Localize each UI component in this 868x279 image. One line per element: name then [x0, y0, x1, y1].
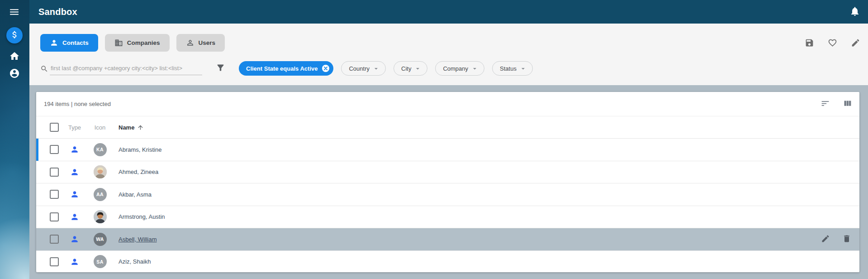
filter-chip-status[interactable]: Status: [492, 61, 533, 76]
tab-companies[interactable]: Companies: [105, 34, 170, 52]
contacts-table-body: KAAbrams, KristineAhmed, ZineeaAAAkbar, …: [36, 139, 859, 272]
home-button[interactable]: [9, 51, 20, 63]
contact-type-icon: [60, 212, 90, 221]
avatar: KA: [94, 143, 107, 156]
save-button[interactable]: [805, 38, 814, 49]
results-region: 194 items | none selected Type Icon Name: [29, 85, 868, 279]
active-filter-chip[interactable]: Client State equals Active: [239, 61, 333, 76]
row-checkbox[interactable]: [50, 168, 59, 177]
view-actions: [805, 38, 860, 49]
filter-chip-country[interactable]: Country: [341, 61, 386, 76]
bell-icon: [849, 6, 860, 18]
column-header-name[interactable]: Name: [119, 124, 144, 131]
sort-button[interactable]: [821, 99, 830, 110]
page-title: Sandbox: [38, 7, 77, 17]
avatar: SA: [94, 255, 107, 268]
filter-chips: Client State equals Active CountryCityCo…: [239, 61, 533, 76]
avatar: AA: [94, 188, 107, 201]
save-icon: [805, 38, 814, 49]
contact-name-link[interactable]: Ahmed, Zineea: [119, 168, 158, 175]
row-checkbox[interactable]: [50, 212, 59, 221]
contact-type-icon: [60, 257, 90, 266]
contact-name-link[interactable]: Akbar, Asma: [119, 191, 152, 198]
contact-photo-avatar: [94, 210, 107, 223]
favorite-icon: [828, 38, 837, 49]
table-row[interactable]: Ahmed, Zineea: [36, 161, 859, 184]
view-columns-icon: [843, 99, 852, 110]
filter-button[interactable]: [216, 63, 225, 74]
search-icon: [40, 65, 48, 75]
chevron-down-icon: [519, 65, 527, 72]
table-row[interactable]: SAAziz, Shaikh: [36, 251, 859, 273]
entity-tabs: ContactsCompaniesUsers: [40, 34, 225, 52]
account-button[interactable]: [9, 68, 20, 80]
table-header-row: Type Icon Name: [36, 116, 859, 139]
contact-name-link[interactable]: Abrams, Kristine: [119, 146, 161, 153]
columns-button[interactable]: [843, 99, 852, 110]
chevron-down-icon: [372, 65, 380, 72]
row-actions: [821, 234, 859, 245]
table-row[interactable]: WAAsbell, William: [36, 228, 859, 251]
contact-name-link[interactable]: Aziz, Shaikh: [119, 258, 151, 265]
funnel-icon: [216, 63, 225, 74]
sidebar: [0, 0, 29, 279]
edit-row-button[interactable]: [821, 234, 830, 245]
row-checkbox[interactable]: [50, 145, 59, 154]
contact-type-icon: [60, 190, 90, 199]
remove-filter-icon[interactable]: [322, 64, 330, 72]
chevron-down-icon: [471, 65, 479, 72]
table-row[interactable]: Armstrong, Austin: [36, 206, 859, 229]
tab-label: Users: [199, 39, 216, 46]
row-checkbox[interactable]: [50, 257, 59, 266]
active-row-indicator: [36, 139, 38, 161]
contact-type-icon: [60, 145, 90, 154]
chip-label: Status: [500, 65, 517, 72]
row-checkbox[interactable]: [50, 190, 59, 199]
list-header: 194 items | none selected: [36, 92, 859, 116]
dropdown-filter-chips: CountryCityCompanyStatus: [341, 61, 532, 76]
column-header-type: Type: [60, 124, 90, 131]
filter-chip-city[interactable]: City: [394, 61, 427, 76]
home-icon: [9, 51, 20, 63]
account-circle-icon: [9, 68, 20, 80]
companies-icon: [114, 38, 123, 47]
users-icon: [186, 38, 194, 47]
favorite-button[interactable]: [828, 38, 837, 49]
row-checkbox[interactable]: [50, 235, 59, 244]
chip-label: City: [401, 65, 411, 72]
chip-label: Country: [349, 65, 370, 72]
search-input[interactable]: [50, 63, 202, 75]
contact-name-link[interactable]: Armstrong, Austin: [119, 213, 165, 220]
filter-chip-company[interactable]: Company: [435, 61, 484, 76]
table-row[interactable]: AAAkbar, Asma: [36, 183, 859, 206]
contact-name-link[interactable]: Asbell, William: [119, 236, 157, 243]
tab-label: Contacts: [62, 39, 89, 46]
delete-icon: [842, 234, 851, 245]
edit-button[interactable]: [851, 38, 860, 49]
person-icon: [50, 38, 58, 47]
chevron-down-icon: [414, 65, 422, 72]
menu-button[interactable]: [9, 6, 20, 19]
select-all-checkbox[interactable]: [50, 123, 59, 132]
column-header-icon: Icon: [90, 124, 110, 131]
notifications-button[interactable]: [849, 6, 860, 18]
edit-icon: [851, 38, 860, 49]
top-app-bar: Sandbox: [29, 0, 868, 24]
menu-icon: [9, 6, 20, 19]
delete-row-button[interactable]: [842, 234, 851, 245]
active-filter-label: Client State equals Active: [246, 65, 318, 72]
contact-photo-avatar: [94, 165, 107, 178]
tab-contacts[interactable]: Contacts: [40, 34, 98, 52]
tab-label: Companies: [127, 39, 160, 46]
chip-label: Company: [443, 65, 468, 72]
sort-icon: [821, 99, 830, 110]
sort-ascending-icon: [137, 124, 144, 131]
dollar-icon: [10, 30, 19, 41]
items-count: 194 items | none selected: [44, 101, 111, 107]
results-card: 194 items | none selected Type Icon Name: [36, 92, 859, 272]
edit-icon: [821, 234, 830, 245]
contact-type-icon: [60, 235, 90, 244]
table-row[interactable]: KAAbrams, Kristine: [36, 139, 859, 161]
tab-users[interactable]: Users: [176, 34, 225, 52]
sales-dollar-button[interactable]: [6, 27, 23, 43]
